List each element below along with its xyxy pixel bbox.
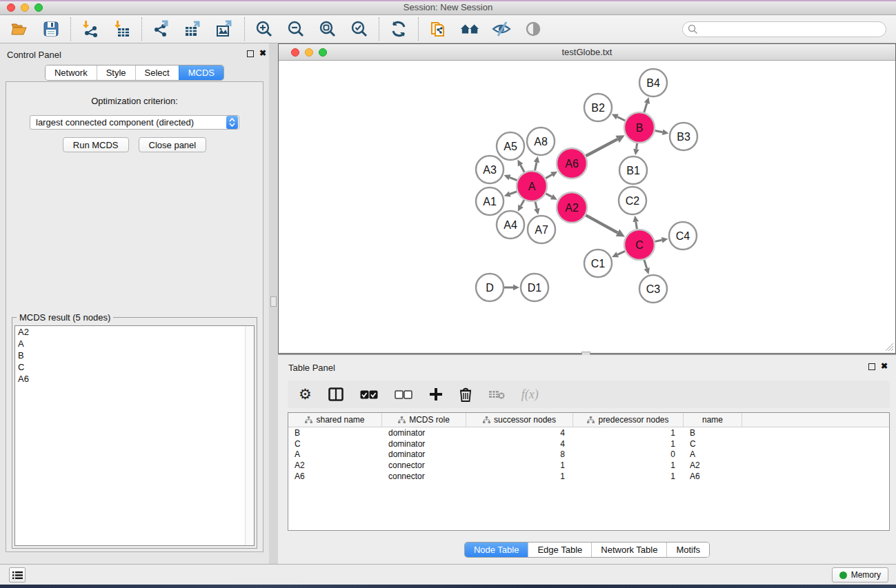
tab-network[interactable]: Network [46, 65, 97, 80]
tab-network-table[interactable]: Network Table [591, 543, 666, 557]
tab-select[interactable]: Select [135, 65, 179, 80]
cell-mcds-role[interactable]: dominator [382, 439, 466, 449]
graph-edge-C-C4[interactable] [655, 240, 662, 241]
close-panel-button[interactable]: Close panel [139, 137, 207, 152]
clone-network-icon[interactable] [428, 19, 448, 39]
cell-mcds-role[interactable]: connector [382, 472, 466, 481]
show-details-icon[interactable] [524, 19, 543, 39]
cell-successor-nodes[interactable]: 4 [466, 428, 573, 438]
table-row[interactable]: Adominator80A [288, 449, 889, 460]
search-input[interactable] [682, 21, 886, 37]
column-header-successor-nodes[interactable]: successor nodes [466, 413, 573, 427]
import-network-icon[interactable] [81, 19, 100, 39]
save-session-icon[interactable] [41, 19, 61, 39]
graph-edge-C-C1[interactable] [617, 251, 625, 254]
close-panel-icon[interactable]: ✖ [259, 48, 266, 58]
cell-name[interactable]: C [684, 439, 742, 449]
cell-predecessor-nodes[interactable]: 1 [573, 439, 684, 449]
home-icon[interactable] [460, 19, 479, 39]
cell-name[interactable]: A [684, 449, 742, 459]
cell-predecessor-nodes[interactable]: 1 [573, 428, 684, 438]
table-settings-gear-icon[interactable]: ⚙ [299, 385, 312, 403]
zoom-fit-icon[interactable] [318, 19, 337, 39]
tab-edge-table[interactable]: Edge Table [528, 543, 591, 557]
select-all-checkboxes-icon[interactable] [360, 385, 378, 403]
export-table-icon[interactable] [183, 19, 203, 39]
graph-edge-B-B2[interactable] [617, 116, 625, 121]
column-header-name[interactable]: name [684, 413, 742, 427]
open-session-icon[interactable] [10, 19, 29, 39]
memory-button[interactable]: Memory [832, 567, 888, 582]
close-table-panel-icon[interactable]: ✖ [881, 361, 888, 371]
table-row[interactable]: A2connector11A2 [288, 460, 889, 471]
graph-edge-A-A2[interactable] [546, 194, 552, 197]
graph-edge-C-C3[interactable] [644, 260, 647, 268]
column-header-mcds-role[interactable]: MCDS role [382, 413, 466, 427]
graph-edge-A2-C[interactable] [586, 215, 617, 233]
show-column-icon[interactable] [328, 385, 344, 403]
result-list-scrollbar[interactable] [245, 326, 254, 545]
cell-shared-name[interactable]: A6 [288, 472, 382, 481]
graph-edge-A-A4[interactable] [521, 200, 524, 206]
cell-name[interactable]: B [684, 428, 742, 438]
graph-edge-A-A6[interactable] [546, 174, 552, 178]
deselect-all-checkboxes-icon[interactable] [395, 385, 412, 403]
mcds-result-item[interactable]: B [15, 349, 254, 361]
export-network-icon[interactable] [152, 19, 171, 39]
cell-shared-name[interactable]: C [288, 439, 382, 449]
mcds-result-item[interactable]: C [15, 361, 254, 373]
zoom-selected-icon[interactable] [350, 19, 369, 39]
graph-edge-A6-B[interactable] [586, 139, 617, 156]
graph-edge-A-A8[interactable] [535, 162, 537, 170]
zoom-out-icon[interactable] [286, 19, 306, 39]
table-row[interactable]: A6connector11A6 [288, 471, 889, 482]
table-row[interactable]: Cdominator41C [288, 438, 889, 449]
graph-edge-C-C2[interactable] [636, 222, 637, 230]
network-window-titlebar[interactable]: testGlobe.txt [279, 44, 895, 61]
graph-edge-A-A7[interactable] [535, 201, 537, 208]
cell-predecessor-nodes[interactable]: 1 [573, 460, 684, 470]
window-resize-grip[interactable] [885, 343, 894, 352]
mcds-result-list[interactable]: A2ABCA6 [14, 325, 255, 546]
cell-successor-nodes[interactable]: 4 [466, 439, 573, 449]
cell-mcds-role[interactable]: dominator [382, 449, 466, 459]
tab-style[interactable]: Style [97, 65, 135, 80]
float-table-panel-icon[interactable] [868, 363, 875, 370]
graph-edge-B-B1[interactable] [636, 143, 637, 150]
panel-divider-grip[interactable] [270, 296, 277, 307]
run-mcds-button[interactable]: Run MCDS [63, 137, 129, 152]
export-image-icon[interactable] [215, 19, 235, 39]
column-header-shared-name[interactable]: shared name [288, 413, 382, 427]
cell-name[interactable]: A6 [684, 472, 742, 481]
zoom-in-icon[interactable] [255, 19, 274, 39]
graph-edge-B-B4[interactable] [644, 103, 647, 112]
cell-successor-nodes[interactable]: 1 [466, 460, 573, 470]
mcds-result-item[interactable]: A2 [15, 326, 254, 338]
cell-mcds-role[interactable]: dominator [382, 428, 466, 438]
cell-name[interactable]: A2 [684, 460, 742, 470]
table-row[interactable]: Bdominator41B [288, 427, 889, 438]
cell-shared-name[interactable]: A [288, 449, 382, 459]
cell-shared-name[interactable]: B [288, 428, 382, 438]
graph-edge-A-A1[interactable] [510, 192, 517, 194]
delete-rows-icon[interactable] [459, 385, 472, 403]
cell-successor-nodes[interactable]: 1 [466, 472, 573, 481]
graph-edge-A-A5[interactable] [521, 165, 525, 172]
cell-shared-name[interactable]: A2 [288, 460, 382, 470]
refresh-icon[interactable] [389, 19, 408, 39]
cell-predecessor-nodes[interactable]: 0 [573, 449, 684, 459]
cell-mcds-role[interactable]: connector [382, 460, 466, 470]
graph-edge-A-A3[interactable] [510, 177, 517, 180]
task-history-button[interactable] [9, 567, 26, 582]
tab-motifs[interactable]: Motifs [666, 543, 709, 557]
mcds-result-item[interactable]: A [15, 338, 254, 349]
column-header-predecessor-nodes[interactable]: predecessor nodes [573, 413, 684, 427]
network-canvas[interactable]: B4B2BB3A5A8A6A3B1AA1C2A2A4A7CC4C1C3DD1 [279, 61, 895, 353]
import-table-icon[interactable] [112, 19, 132, 39]
graph-edge-B-B3[interactable] [655, 131, 663, 132]
hide-details-icon[interactable] [492, 19, 511, 39]
optimization-criterion-select[interactable]: largest connected component (directed) [30, 115, 239, 130]
tab-node-table[interactable]: Node Table [465, 543, 528, 557]
cell-predecessor-nodes[interactable]: 1 [573, 472, 684, 481]
mcds-result-item[interactable]: A6 [15, 373, 254, 385]
